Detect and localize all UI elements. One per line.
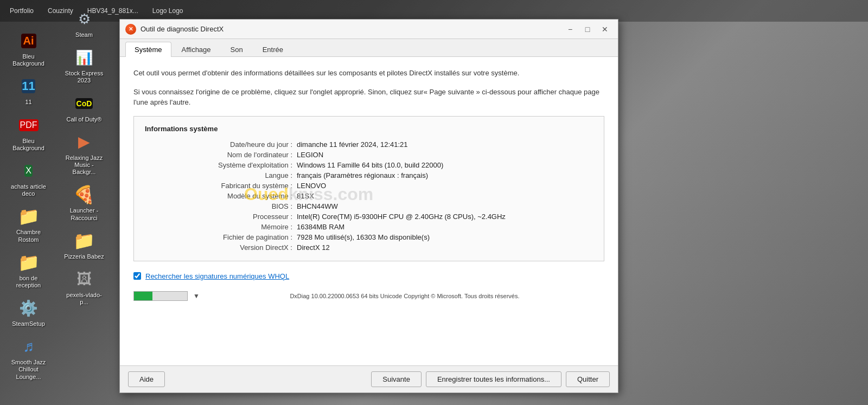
desktop-icon-launcher[interactable]: 🍕 Launcher - Raccourci	[61, 181, 107, 224]
tab-systeme[interactable]: Système	[125, 42, 171, 57]
quitter-button[interactable]: Quitter	[566, 371, 610, 387]
progress-area: ▼ DxDiag 10.00.22000.0653 64 bits Unicod…	[133, 291, 604, 301]
desktop: Portfolio Couzinty HBV34_9_881x... Logo …	[0, 0, 868, 405]
suivante-button[interactable]: Suivante	[371, 371, 422, 387]
desktop-icon-steamsetup[interactable]: ⚙️ SteamSetup	[5, 294, 52, 330]
progress-bar-container	[133, 291, 188, 301]
info-row-bios: BIOS : BHCN44WW	[145, 201, 593, 211]
title-bar: Outil de diagnostic DirectX − □ ✕	[120, 20, 618, 39]
dialog-title: Outil de diagnostic DirectX	[141, 25, 224, 33]
aide-button[interactable]: Aide	[128, 371, 165, 387]
taskbar: Portfolio Couzinty HBV34_9_881x... Logo …	[0, 0, 868, 22]
desktop-icon-bon[interactable]: 📁 bon de reception	[5, 249, 52, 292]
info-row-processor: Processeur : Intel(R) Core(TM) i5-9300HF…	[145, 211, 593, 222]
tab-affichage[interactable]: Affichage	[173, 42, 220, 57]
dialog-icon	[125, 24, 136, 35]
desktop-icon-pizzeria[interactable]: 📁 Pizzeria Babez	[61, 227, 107, 263]
desktop-icon-stock-express[interactable]: 📊 Stock Express 2023	[61, 44, 107, 87]
desktop-icon-bleu-pdf[interactable]: PDF Bleu Background	[5, 112, 52, 155]
footer-right-buttons: Suivante Enregistrer toutes les informat…	[371, 371, 610, 387]
whql-label[interactable]: Rechercher les signatures numériques WHQ…	[145, 272, 289, 280]
directx-dialog: Outil de diagnostic DirectX − □ ✕ Systèm…	[119, 19, 618, 393]
info-row-directx: Version DirectX : DirectX 12	[145, 242, 593, 253]
whql-checkbox-row[interactable]: Rechercher les signatures numériques WHQ…	[133, 272, 604, 280]
info-row-language: Langue : français (Paramètres régionaux …	[145, 170, 593, 181]
intro-text-1: Cet outil vous permet d'obtenir des info…	[133, 68, 604, 79]
info-row-computer: Nom de l'ordinateur : LEGION	[145, 150, 593, 160]
info-row-os: Système d'exploitation : Windows 11 Fami…	[145, 160, 593, 170]
desktop-icon-cod[interactable]: CoD Call of Duty®	[61, 90, 107, 126]
info-section: Informations système Date/heure du jour …	[133, 116, 604, 261]
progress-bar-fill	[134, 292, 152, 300]
tab-bar: Système Affichage Son Entrée	[120, 39, 618, 57]
progress-text: DxDiag 10.00.22000.0653 64 bits Unicode …	[205, 293, 604, 299]
dialog-footer: Aide Suivante Enregistrer toutes les inf…	[120, 365, 618, 393]
maximize-button[interactable]: □	[580, 23, 595, 35]
desktop-icon-relaxing-jazz[interactable]: ▶ Relaxing Jazz Music - Backgr...	[61, 128, 107, 179]
enregistrer-button[interactable]: Enregistrer toutes les informations...	[426, 371, 561, 387]
info-row-date: Date/heure du jour : dimanche 11 février…	[145, 139, 593, 150]
desktop-icon-chambre[interactable]: 📁 Chambre Rostom	[5, 203, 52, 246]
desktop-icons-area: Ai Bleu Background 11 11 PDF Bleu Backgr…	[0, 0, 119, 405]
info-row-pagefile: Fichier de pagination : 7928 Mo utilisé(…	[145, 232, 593, 242]
info-row-memory: Mémoire : 16384MB RAM	[145, 222, 593, 232]
intro-text-2: Si vous connaissez l'origine de ce probl…	[133, 87, 604, 108]
desktop-icon-achats[interactable]: X achats article deco	[5, 157, 52, 200]
taskbar-logo[interactable]: Logo Logo	[148, 5, 188, 17]
desktop-icon-steam[interactable]: ⚙ Steam	[61, 5, 107, 41]
info-row-manufacturer: Fabricant du système : LENOVO	[145, 181, 593, 191]
minimize-button[interactable]: −	[563, 23, 578, 35]
desktop-icon-pexels[interactable]: 🖼 pexels-vlado-p...	[61, 266, 107, 308]
close-button[interactable]: ✕	[597, 23, 612, 35]
tab-son[interactable]: Son	[221, 42, 252, 57]
progress-arrow-icon: ▼	[193, 292, 200, 300]
desktop-icon-bleu-ai[interactable]: Ai Bleu Background	[5, 27, 52, 70]
whql-checkbox[interactable]	[133, 272, 141, 280]
section-title: Informations système	[145, 125, 593, 133]
tab-entree[interactable]: Entrée	[253, 42, 292, 57]
desktop-icon-smooth-jazz[interactable]: ♬ Smooth Jazz Chillout Lounge...	[5, 333, 52, 383]
info-row-model: Modèle du système : 81SX	[145, 191, 593, 201]
desktop-icon-11[interactable]: 11 11	[5, 73, 52, 108]
window-controls: − □ ✕	[563, 23, 612, 35]
dialog-content: Cet outil vous permet d'obtenir des info…	[120, 57, 618, 365]
